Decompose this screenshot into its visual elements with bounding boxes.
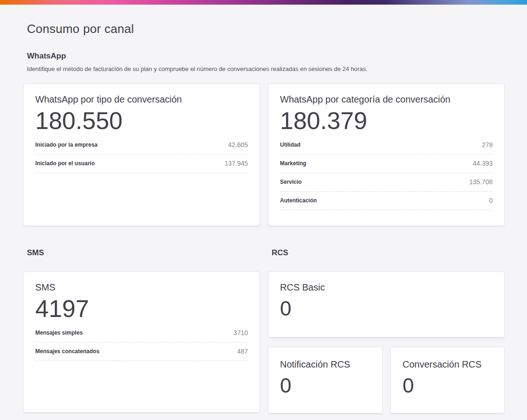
rcs-cards-column: RCS Basic 0 Notificación RCS 0 Conversac… (268, 271, 505, 414)
rcs-conversation-card: Conversación RCS 0 (390, 347, 505, 414)
sms-rcs-cards-row: SMS 4197 Mensajes simples 3710 Mensajes … (23, 271, 505, 414)
card-total: 180.550 (35, 107, 248, 135)
card-total: 180.379 (280, 107, 493, 135)
card-title: RCS Basic (280, 282, 493, 293)
section-heading-rcs: RCS (268, 248, 505, 258)
section-heading-whatsapp: WhatsApp (23, 52, 505, 61)
stat-row-value: 135.708 (469, 178, 493, 186)
stat-row: Mensajes concatenados 487 (35, 342, 248, 361)
stat-row-value: 137.945 (224, 160, 248, 167)
card-title: SMS (35, 282, 248, 293)
sms-card: SMS 4197 Mensajes simples 3710 Mensajes … (23, 271, 260, 413)
card-total: 0 (280, 297, 493, 320)
stat-row: Utilidad 278 (280, 136, 493, 155)
stat-row-label: Autenticación (280, 197, 317, 204)
stat-row-value: 42.605 (228, 141, 248, 149)
stat-rows: Utilidad 278 Marketing 44.393 Servicio 1… (280, 136, 493, 210)
sub-section-headings: SMS RCS (23, 248, 505, 258)
card-title: Conversación RCS (403, 359, 493, 370)
card-total: 0 (280, 375, 371, 397)
section-heading-sms: SMS (23, 248, 260, 258)
stat-row-label: Marketing (280, 160, 306, 167)
rcs-basic-card: RCS Basic 0 (268, 271, 505, 337)
stat-row: Servicio 135.708 (280, 173, 493, 192)
stat-row-value: 0 (489, 197, 493, 204)
page-title: Consumo por canal (23, 22, 505, 36)
card-total: 0 (403, 375, 493, 397)
rcs-notification-card: Notificación RCS 0 (268, 347, 383, 414)
main-content: Consumo por canal WhatsApp Identifique e… (0, 22, 527, 414)
whatsapp-category-card: WhatsApp por categoría de conversación 1… (268, 84, 505, 226)
stat-row-value: 3710 (234, 329, 248, 336)
card-title: WhatsApp por tipo de conversación (35, 94, 248, 105)
stat-row-value: 487 (237, 348, 248, 355)
stat-row-label: Mensajes concatenados (35, 348, 99, 355)
whatsapp-cards-row: WhatsApp por tipo de conversación 180.55… (23, 84, 505, 226)
stat-rows: Mensajes simples 3710 Mensajes concatena… (35, 324, 248, 361)
brand-gradient-bar (0, 0, 527, 5)
rcs-small-cards-row: Notificación RCS 0 Conversación RCS 0 (268, 347, 505, 414)
stat-row-label: Iniciado por el usuario (35, 160, 95, 167)
stat-row-value: 278 (482, 141, 493, 149)
stat-row: Mensajes simples 3710 (35, 324, 248, 342)
stat-row-label: Mensajes simples (35, 330, 83, 336)
stat-row: Marketing 44.393 (280, 155, 493, 173)
card-title: WhatsApp por categoría de conversación (280, 94, 493, 105)
stat-row: Autenticación 0 (280, 192, 493, 210)
stat-row-label: Utilidad (280, 142, 300, 148)
stat-row: Iniciado por la empresa 42.605 (35, 136, 248, 155)
card-total: 4197 (35, 295, 248, 323)
stat-rows: Iniciado por la empresa 42.605 Iniciado … (35, 136, 248, 173)
stat-row-label: Iniciado por la empresa (35, 142, 98, 148)
stat-row-label: Servicio (280, 179, 302, 185)
stat-row: Iniciado por el usuario 137.945 (35, 155, 248, 173)
whatsapp-type-card: WhatsApp por tipo de conversación 180.55… (23, 84, 260, 226)
whatsapp-section-description: Identifique el método de facturación de … (23, 65, 505, 72)
card-title: Notificación RCS (280, 359, 371, 370)
stat-row-value: 44.393 (473, 160, 493, 167)
